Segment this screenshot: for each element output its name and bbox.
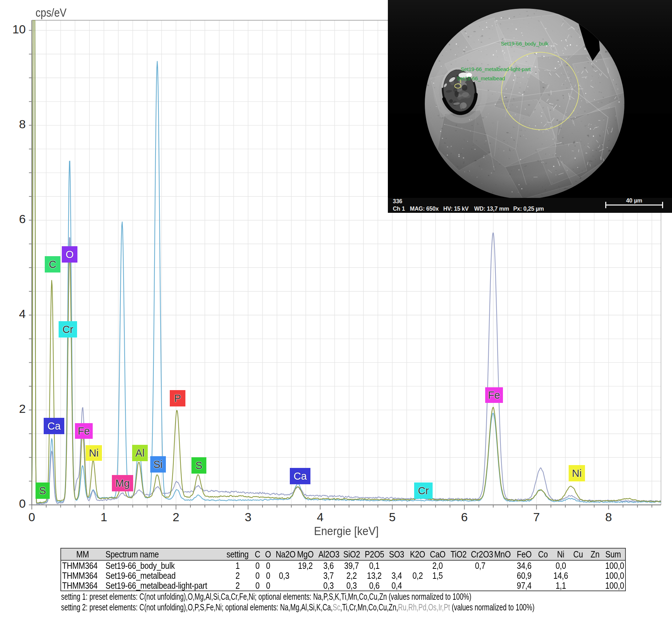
cell-MnO: [491, 571, 514, 581]
x-tick-label-4: 4: [317, 510, 324, 524]
element-marker-Ca: Ca: [44, 418, 64, 434]
quantification-table: MMSpectrum namesettingCONa2OMgOAl2O3SiO2…: [60, 548, 626, 591]
cell-O: 0: [262, 571, 274, 581]
cell-MgO: 19,2: [294, 560, 317, 571]
footnote-segment: setting 1: preset elements: C(not unfold…: [61, 592, 471, 602]
table-header-K2O: K2O: [408, 548, 427, 560]
cell-Cu: [570, 571, 586, 581]
cell-Na2O: 0,3: [274, 571, 294, 581]
element-marker-Fe: Fe: [485, 387, 503, 403]
cell-Na2O: [274, 560, 294, 571]
cell-Cu: [570, 560, 586, 571]
cell-setting: 1: [222, 560, 253, 571]
x-tick-label-7: 7: [533, 510, 540, 524]
cell-Co: [534, 571, 552, 581]
element-marker-Fe: Fe: [75, 423, 93, 439]
table-header-MM: MM: [61, 548, 104, 560]
cell-SiO2: 0,3: [340, 581, 363, 591]
sem-inset-image: Set19-66_body_bulkSet19-66_metalbead-lig…: [388, 0, 672, 213]
cell-MgO: [294, 581, 317, 591]
y-tick-label-2: 2: [19, 402, 26, 415]
sem-annotation-Set19-66_metalbead-light-part: Set19-66_metalbead-light-part: [461, 66, 531, 72]
element-marker-Ca: Ca: [290, 468, 310, 484]
x-tick-label-5: 5: [389, 510, 396, 524]
sem-channel-label: Ch 1: [393, 206, 405, 212]
table-header-P2O5: P2O5: [363, 548, 386, 560]
cell-Ni: 14,6: [552, 571, 570, 581]
cell-MM: THMM364: [61, 571, 104, 581]
cell-FeO: 34,6: [514, 560, 534, 571]
x-tick-label-1: 1: [101, 510, 107, 524]
y-tick-label-10: 10: [12, 22, 26, 36]
sem-px-label: Px: 0,25 µm: [513, 206, 544, 212]
footnote-segment: ,Ti,Cr,Mn,Co,Cu,Zn,: [340, 602, 398, 612]
table-header-SO3: SO3: [386, 548, 408, 560]
table-header-Co: Co: [534, 548, 552, 560]
y-tick-label-6: 6: [19, 212, 26, 226]
cell-Al2O3: 0,3: [317, 581, 340, 591]
sem-frame-number: 336: [393, 198, 402, 205]
sem-hv-label: HV: 15 kV: [443, 206, 468, 212]
table-row-Set19-66_metalbead: THMM364Set19-66_metalbead2000,33,72,213,…: [61, 571, 625, 581]
cell-C: 0: [253, 571, 262, 581]
cell-Zn: [586, 571, 604, 581]
cell-Ni: 0,0: [552, 560, 570, 571]
cell-SiO2: 2,2: [340, 571, 363, 581]
sem-annotation-Set19-66_body_bulk: Set19-66_body_bulk: [501, 41, 548, 47]
sem-mag-label: MAG: 650x: [410, 206, 439, 212]
x-tick-label-2: 2: [173, 510, 179, 524]
cell-Cu: [570, 581, 586, 591]
table-header-MnO: MnO: [491, 548, 514, 560]
table-header-Al2O3: Al2O3: [317, 548, 340, 560]
element-marker-Ni: Ni: [86, 445, 102, 461]
cell-Spectrum name: Set19-66_metalbead-light-part: [104, 581, 222, 591]
x-axis-title: Energie [keV]: [0, 524, 672, 538]
y-tick-label-8: 8: [19, 117, 26, 131]
cell-Co: [534, 560, 552, 571]
element-marker-S: S: [36, 482, 50, 499]
table-header-Cu: Cu: [570, 548, 586, 560]
table-header-setting: setting: [222, 548, 253, 560]
x-tick-label-8: 8: [605, 510, 612, 524]
cell-TiO2: [448, 571, 469, 581]
cell-Sum: 100,0: [604, 571, 625, 581]
cell-Cr2O3: [469, 581, 491, 591]
cell-Zn: [586, 560, 604, 571]
sem-wd-label: WD: 13,7 mm: [474, 206, 509, 212]
table-header-C: C: [253, 548, 262, 560]
x-axis-title-text: Energie [keV]: [314, 524, 379, 538]
element-marker-Mg: Mg: [112, 475, 133, 491]
table-header-Cr2O3: Cr2O3: [469, 548, 491, 560]
sem-annotation-Set19-66_metalbead: Set19-66_metalbead: [457, 75, 505, 81]
element-marker-Ni: Ni: [569, 465, 585, 481]
cell-MgO: [294, 571, 317, 581]
cell-MnO: [491, 581, 514, 591]
cell-Spectrum name: Set19-66_metalbead: [104, 571, 222, 581]
sem-scale-bar-label: 40 µm: [605, 198, 663, 204]
cell-FeO: 60,9: [514, 571, 534, 581]
table-header-TiO2: TiO2: [448, 548, 469, 560]
cell-P2O5: 0,6: [363, 581, 386, 591]
table-header-Sum: Sum: [604, 548, 625, 560]
table-header-row: MMSpectrum namesettingCONa2OMgOAl2O3SiO2…: [61, 548, 625, 560]
cell-FeO: 97,4: [514, 581, 534, 591]
element-marker-Cr: Cr: [59, 321, 77, 338]
cell-Al2O3: 3,7: [317, 571, 340, 581]
x-tick-label-6: 6: [461, 510, 468, 524]
cell-setting: 2: [222, 571, 253, 581]
cell-Sum: 100,0: [604, 581, 625, 591]
cell-MnO: [491, 560, 514, 571]
cell-O: 0: [262, 581, 274, 591]
cell-MM: THMM364: [61, 560, 104, 571]
table-header-Zn: Zn: [586, 548, 604, 560]
cell-MM: THMM364: [61, 581, 104, 591]
cell-CaO: 1,5: [427, 571, 448, 581]
cell-CaO: [427, 581, 448, 591]
table-header-SiO2: SiO2: [340, 548, 363, 560]
table-header-CaO: CaO: [427, 548, 448, 560]
cell-K2O: [408, 581, 427, 591]
cell-Na2O: [274, 581, 294, 591]
table-header-MgO: MgO: [294, 548, 317, 560]
footnote-muted-segment: Sc: [333, 602, 340, 612]
x-tick-label-0: 0: [28, 510, 35, 524]
